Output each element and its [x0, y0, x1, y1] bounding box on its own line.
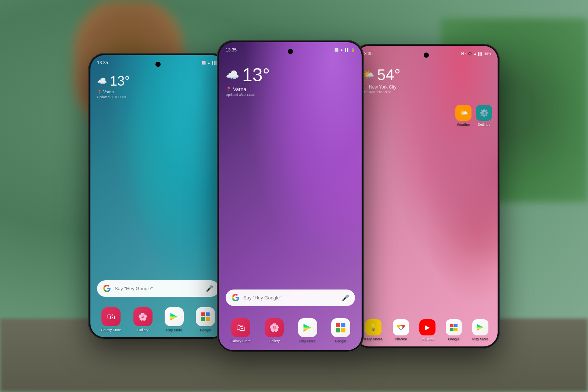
app-icon-youtube-right: ▶ — [419, 319, 435, 335]
screen-record-icon-center: ⬜ — [334, 48, 338, 52]
app-dock-center: 🛍 Galaxy Store 🌸 Gallery — [223, 318, 357, 343]
phone-right: 13:35 N • 🔇 ▲ ▌▌ 89% 🌤️ 54° — [353, 44, 500, 349]
app-item-gallery-left[interactable]: 🌸 Gallery — [133, 307, 153, 332]
svg-rect-13 — [450, 328, 453, 331]
app-item-google-right[interactable]: Google — [446, 319, 462, 341]
app-label-google-center: Google — [335, 339, 347, 343]
weather-updated-left: Updated 3/10 11:09 — [97, 95, 130, 99]
svg-point-10 — [399, 326, 402, 329]
location-pin-left: 📍 — [97, 90, 102, 94]
weather-widget-left: ☁️ 13° 📍 Varna Updated 3/10 11:09 — [97, 73, 130, 99]
svg-rect-6 — [336, 328, 340, 332]
phone-right-screen: 13:35 N • 🔇 ▲ ▌▌ 89% 🌤️ 54° — [355, 46, 498, 346]
svg-rect-1 — [206, 312, 210, 316]
search-bar-left[interactable]: Say "Hey Google" 🎤 — [97, 280, 219, 297]
wifi-icon-left: ▲ — [207, 61, 211, 65]
camera-hole-right — [424, 53, 429, 58]
svg-rect-4 — [336, 323, 340, 327]
app-icon-play-store-right — [472, 319, 488, 335]
phones-container: 13:35 ⬜ ▲ ▌▌▌ ☁️ 13° 📍 Varna Updated 3/1… — [0, 0, 588, 392]
svg-rect-5 — [341, 323, 345, 327]
screen-record-icon-left: ⬜ — [202, 61, 206, 65]
svg-rect-11 — [450, 324, 453, 327]
app-label-play-store-left: Play Store — [166, 328, 182, 332]
google-logo-left — [103, 284, 111, 292]
app-item-settings-right[interactable]: ⚙️ Settings — [476, 105, 492, 126]
app-label-galaxy-store-left: Galaxy Store — [101, 328, 121, 332]
app-label-chrome-right: Chrome — [395, 337, 407, 341]
app-item-youtube-right[interactable]: ▶ YouTube — [419, 319, 435, 341]
search-bar-center[interactable]: Say "Hey Google" 🎤 — [226, 289, 355, 306]
app-label-galaxy-store-center: Galaxy Store — [230, 339, 251, 343]
weather-temp-center: 13° — [242, 64, 270, 86]
svg-rect-3 — [206, 317, 210, 321]
app-item-weather-right[interactable]: 🌤️ Weather — [455, 105, 472, 126]
camera-hole-left — [155, 62, 161, 67]
svg-rect-12 — [454, 324, 458, 327]
app-item-play-store-left[interactable]: Play Store — [165, 307, 184, 332]
app-dock-left: 🛍 Galaxy Store 🌸 Gallery — [95, 307, 221, 332]
search-text-center: Say "Hey Google" — [243, 295, 338, 301]
app-icon-gallery-center: 🌸 — [265, 318, 284, 337]
app-label-keep-right: Keep Notes — [364, 337, 383, 341]
phone-left: 13:35 ⬜ ▲ ▌▌▌ ☁️ 13° 📍 Varna Updated 3/1… — [88, 53, 228, 339]
status-icons-center: ⬜ ▲ ▌▌ 🔒 — [334, 48, 355, 52]
camera-hole-center — [288, 49, 293, 54]
weather-temp-left: 13° — [110, 73, 130, 89]
weather-updated-center: Updated 3/10 11:34 — [226, 93, 270, 97]
lock-icon-center: 🔒 — [351, 48, 355, 52]
app-icon-gallery-left: 🌸 — [133, 307, 153, 326]
netflix-icon-right: N — [461, 52, 464, 56]
app-item-galaxy-store-center[interactable]: 🛍 Galaxy Store — [230, 318, 251, 343]
location-pin-center: 📍 — [226, 86, 232, 92]
app-icon-weather-right: 🌤️ — [455, 105, 472, 121]
app-item-google-left[interactable]: Google — [196, 307, 215, 332]
weather-city-right: 📍 New York City — [362, 84, 401, 90]
top-right-apps: 🌤️ Weather ⚙️ Settings — [455, 105, 492, 126]
app-icon-galaxy-store-left: 🛍 — [101, 307, 121, 326]
app-icon-play-store-center — [298, 318, 317, 337]
google-logo-center — [232, 294, 240, 302]
app-label-settings-right: Settings — [478, 122, 490, 126]
app-icon-galaxy-store-center: 🛍 — [231, 318, 250, 337]
battery-icon-right: 89% — [484, 52, 491, 55]
phone-left-screen: 13:35 ⬜ ▲ ▌▌▌ ☁️ 13° 📍 Varna Updated 3/1… — [90, 55, 226, 337]
status-icons-left: ⬜ ▲ ▌▌▌ — [202, 61, 219, 65]
phone-center-screen: 13:35 ⬜ ▲ ▌▌ 🔒 ☁️ 13° 📍 Varna Upda — [219, 42, 362, 350]
svg-rect-7 — [341, 328, 345, 332]
weather-city-center: 📍 Varna — [226, 86, 270, 92]
dot-icon-right: • — [465, 52, 466, 55]
svg-rect-0 — [201, 312, 205, 316]
mic-icon-center: 🎤 — [342, 294, 349, 301]
wifi-icon-center: ▲ — [340, 48, 343, 52]
app-item-play-store-right[interactable]: Play Store — [472, 319, 488, 341]
app-icon-chrome-right — [393, 319, 409, 335]
app-item-galaxy-store-left[interactable]: 🛍 Galaxy Store — [101, 307, 121, 332]
app-icon-google-right — [446, 319, 462, 335]
weather-icon-right: 🌤️ — [362, 69, 374, 80]
mic-icon-left: 🎤 — [206, 285, 213, 292]
weather-widget-center: ☁️ 13° 📍 Varna Updated 3/10 11:34 — [226, 64, 270, 97]
weather-temp-right: 54° — [377, 66, 401, 84]
app-label-weather-right: Weather — [457, 122, 470, 126]
app-label-play-store-center: Play Store — [300, 339, 316, 343]
app-item-keep-right[interactable]: 💡 Keep Notes — [364, 319, 383, 341]
search-text-left: Say "Hey Google" — [115, 286, 202, 291]
weather-updated-right: Updated 3/10 13:00 — [362, 90, 401, 94]
app-item-chrome-right[interactable]: Chrome — [393, 319, 409, 341]
app-item-gallery-center[interactable]: 🌸 Gallery — [265, 318, 284, 343]
volume-icon-right: 🔇 — [468, 52, 472, 55]
signal-icon-right: ▌▌ — [478, 52, 483, 55]
app-label-youtube-right: YouTube — [420, 337, 434, 341]
app-icon-keep-right: 💡 — [365, 319, 381, 335]
app-item-play-store-center[interactable]: Play Store — [298, 318, 317, 343]
app-icon-settings-right: ⚙️ — [476, 105, 492, 121]
svg-rect-2 — [201, 317, 205, 321]
app-icon-play-store-left — [165, 307, 184, 326]
wifi-icon-right: ▲ — [473, 52, 477, 55]
app-item-google-center[interactable]: Google — [331, 318, 350, 343]
app-label-gallery-left: Gallery — [137, 328, 148, 332]
time-center: 13:35 — [226, 47, 237, 53]
app-label-gallery-center: Gallery — [269, 339, 280, 343]
app-icon-google-left — [196, 307, 215, 326]
